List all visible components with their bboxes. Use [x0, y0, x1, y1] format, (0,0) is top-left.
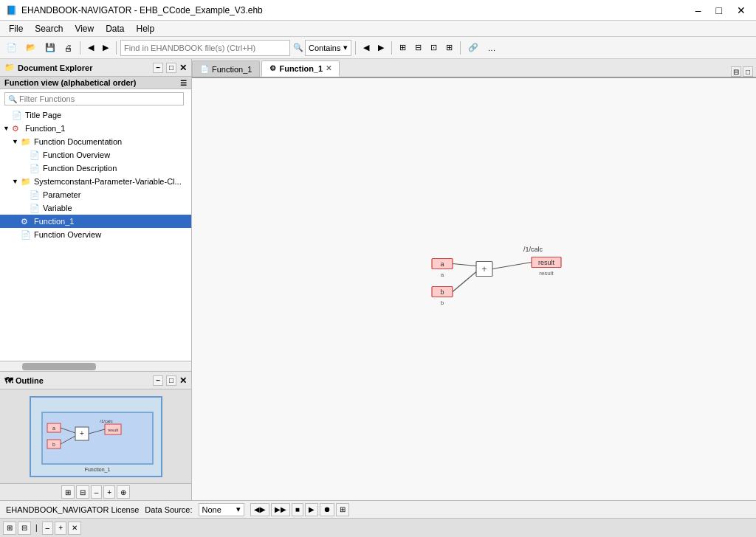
menu-data[interactable]: Data: [100, 22, 130, 35]
bottom-ctrl-cross[interactable]: ✕: [68, 522, 81, 535]
tree-item-func-overview[interactable]: 📄 Function Overview: [0, 148, 191, 162]
menu-file[interactable]: File: [3, 22, 29, 35]
outline-minimize-btn[interactable]: –: [153, 375, 163, 386]
tabs-bar: 📄 Function_1 ⚙ Function_1 ✕ ⊟ □: [192, 59, 756, 78]
tb-link-button[interactable]: 🔗: [464, 40, 482, 56]
tree-item-func-overview2[interactable]: 📄 Function Overview: [0, 228, 191, 241]
tb-zoom-in-button[interactable]: ⊞: [396, 40, 410, 56]
filter-icon: 🔍: [8, 95, 17, 103]
tree-label-func-overview: Function Overview: [43, 150, 110, 159]
bottom-btn-stop[interactable]: ■: [292, 503, 303, 516]
toolbar-search[interactable]: [120, 40, 290, 56]
bottom-btn-play[interactable]: ▶: [305, 503, 318, 516]
tree-item-function1[interactable]: ▼ ⚙ Function_1: [0, 122, 191, 135]
tab-restore-btn[interactable]: ⊟: [731, 66, 741, 77]
diagram-line-b-plus: [453, 272, 476, 292]
tree-item-title-page[interactable]: 📄 Title Page: [0, 108, 191, 122]
doc-explorer-icon: 📁: [4, 63, 15, 72]
minimize-button[interactable]: –: [691, 3, 706, 18]
tree-item-func-doc[interactable]: ▼ 📁 Function Documentation: [0, 135, 191, 148]
bottom-ctrl-1[interactable]: ⊞: [3, 522, 16, 535]
tb-fit-button[interactable]: ⊡: [427, 40, 441, 56]
bottom-nav-back-btn[interactable]: ◀▶: [250, 503, 269, 516]
close-button[interactable]: ✕: [732, 3, 750, 18]
bottom-ctrl-minus[interactable]: –: [42, 522, 54, 535]
outline-maximize-btn[interactable]: □: [166, 375, 176, 386]
diagram-b-text: b: [441, 299, 444, 306]
tree-item-sys-const[interactable]: ▼ 📁 Systemconstant-Parameter-Variable-Cl…: [0, 175, 191, 188]
menu-search[interactable]: Search: [29, 22, 69, 35]
search-input[interactable]: [124, 44, 286, 52]
bottom-btn-grid[interactable]: ⊞: [336, 503, 349, 516]
tb-save-button[interactable]: 💾: [41, 40, 59, 56]
content-area: /1/calc a a b b + result result: [192, 78, 756, 500]
bottom-bar: EHANDBOOK_NAVIGATOR License Data Source:…: [0, 500, 756, 518]
tb-print-button[interactable]: 🖨: [61, 40, 76, 56]
tb-open-button[interactable]: 📂: [22, 40, 40, 56]
bottom-nav-fwd-btn[interactable]: ▶▶: [271, 503, 290, 516]
tb-new-button[interactable]: 📄: [3, 40, 21, 56]
tree-icon-function1: ⚙: [12, 124, 24, 134]
tree-item-function1-2[interactable]: ⚙ Function_1: [0, 215, 191, 228]
outline-btn-1[interactable]: ⊞: [61, 485, 75, 499]
tree-label-func-desc: Function Description: [43, 164, 117, 173]
svg-text:/1/calc: /1/calc: [100, 419, 112, 423]
main-diagram-svg: /1/calc a a b b + result result: [428, 244, 576, 333]
tab-maximize-btn[interactable]: □: [743, 66, 753, 77]
menu-view[interactable]: View: [69, 22, 100, 35]
tb-more-button[interactable]: …: [484, 40, 499, 56]
tb-zoom-out-button[interactable]: ⊟: [411, 40, 425, 56]
datasource-arrow-icon: ▾: [236, 505, 241, 514]
tb-nav-prev-button[interactable]: ◀: [360, 40, 373, 56]
datasource-value: None: [202, 505, 221, 514]
doc-explorer-close-btn[interactable]: ✕: [179, 63, 187, 73]
left-panel: 📁 Document Explorer – □ ✕ Function view …: [0, 59, 192, 500]
search-mode-dropdown[interactable]: Contains ▾: [305, 40, 351, 56]
tree-section-label: Function view (alphabetical order): [4, 78, 136, 87]
tree-section-title[interactable]: Function view (alphabetical order) ☰: [0, 77, 191, 89]
tree-icon-title-page: 📄: [12, 111, 24, 120]
maximize-button[interactable]: □: [712, 3, 726, 18]
tb-layout-button[interactable]: ⊞: [442, 40, 456, 56]
doc-explorer-title-group: 📁 Document Explorer: [4, 63, 92, 72]
outline-btn-2[interactable]: ⊟: [76, 485, 89, 499]
doc-explorer-title: Document Explorer: [18, 63, 92, 72]
tree-item-param[interactable]: 📄 Parameter: [0, 188, 191, 201]
tree-hscrollbar[interactable]: [0, 361, 191, 371]
doc-explorer-minimize-btn[interactable]: –: [153, 63, 163, 73]
datasource-dropdown[interactable]: None ▾: [199, 503, 244, 516]
outline-close-btn[interactable]: ✕: [179, 375, 187, 386]
tree-item-variable[interactable]: 📄 Variable: [0, 201, 191, 215]
tb-nav-next-button[interactable]: ▶: [374, 40, 388, 56]
toolbar: 📄 📂 💾 🖨 ◀ ▶ 🔍 Contains ▾ ◀ ▶ ⊞ ⊟ ⊡ ⊞ 🔗 …: [0, 37, 756, 59]
license-label: EHANDBOOK_NAVIGATOR License: [6, 505, 139, 514]
outline-thumbnail: a b + /1/calc result: [30, 396, 162, 477]
tab-controls: ⊟ □: [731, 66, 753, 77]
tree-item-func-desc[interactable]: 📄 Function Description: [0, 162, 191, 175]
title-bar-left: 📘 EHANDBOOK-NAVIGATOR - EHB_CCode_Exampl…: [6, 5, 263, 15]
tab-close-btn[interactable]: ✕: [326, 64, 331, 72]
bottom-ctrl-2[interactable]: ⊟: [18, 522, 31, 535]
outline-content: a b + /1/calc result: [0, 389, 191, 483]
tab-function1-active[interactable]: ⚙ Function_1 ✕: [261, 60, 340, 77]
bottom-btn-rec[interactable]: ⏺: [320, 503, 334, 516]
outline-btn-plus[interactable]: +: [103, 485, 115, 499]
svg-text:a: a: [52, 426, 55, 431]
filter-input[interactable]: [19, 94, 180, 103]
tb-forward-button[interactable]: ▶: [99, 40, 112, 56]
menu-help[interactable]: Help: [131, 22, 161, 35]
toolbar-sep-4: [391, 41, 392, 55]
datasource-label: Data Source:: [145, 505, 192, 514]
tree-arrow-param: [21, 191, 30, 198]
outline-btn-minus[interactable]: –: [91, 485, 103, 499]
tree-filter-box[interactable]: 🔍: [4, 92, 184, 105]
toolbar-sep-5: [460, 41, 461, 55]
bottom-ctrl-plus[interactable]: +: [55, 522, 66, 535]
tb-back-button[interactable]: ◀: [84, 40, 97, 56]
doc-explorer-maximize-btn[interactable]: □: [166, 63, 176, 73]
search-icon: 🔍: [293, 43, 303, 52]
tab-function1-static[interactable]: 📄 Function_1: [192, 60, 260, 77]
tab-label-2: Function_1: [279, 64, 323, 73]
hscroll-thumb[interactable]: [22, 363, 96, 370]
outline-btn-crosshair[interactable]: ⊕: [117, 485, 130, 499]
